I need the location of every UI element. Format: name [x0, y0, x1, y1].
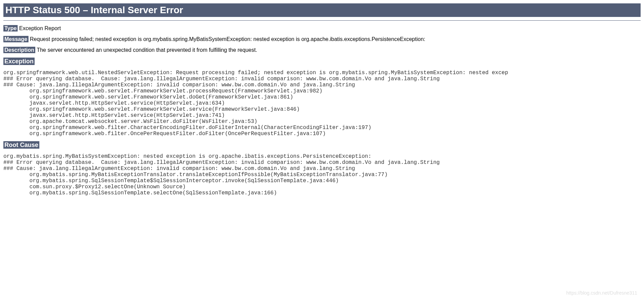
exception-heading-row: Exception [3, 58, 641, 65]
type-row: Type Exception Report [3, 25, 641, 31]
type-label: Type [3, 25, 18, 31]
description-row: Description The server encountered an un… [3, 47, 641, 53]
description-value: The server encountered an unexpected con… [35, 47, 257, 53]
message-row: Message Request processing failed; neste… [3, 36, 641, 42]
description-label: Description [3, 47, 35, 53]
type-value: Exception Report [18, 25, 61, 31]
root-cause-trace: org.mybatis.spring.MyBatisSystemExceptio… [3, 153, 641, 196]
root-cause-heading: Root Cause [3, 141, 39, 149]
message-value: Request processing failed; nested except… [28, 36, 425, 42]
page-title: HTTP Status 500 – Internal Server Error [3, 3, 641, 17]
exception-trace: org.springframework.web.util.NestedServl… [3, 70, 641, 137]
exception-heading: Exception [3, 58, 35, 65]
root-cause-heading-row: Root Cause [3, 142, 641, 149]
message-label: Message [3, 36, 28, 42]
divider [3, 20, 641, 21]
